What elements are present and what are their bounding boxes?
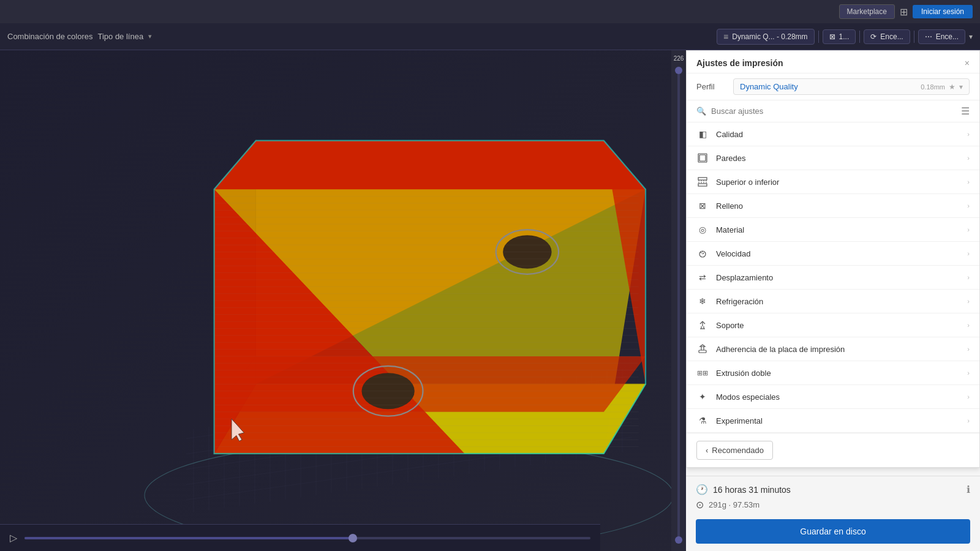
material2-chip[interactable]: ⋯ Ence... [918,29,965,44]
modos-chevron: › [967,393,970,400]
material1-icon: ⟳ [870,32,876,41]
profile-chip[interactable]: ≡ Dynamic Q... - 0.28mm [717,29,815,45]
chip-separator-2 [859,31,860,43]
relleno-icon: ⊠ [696,200,709,212]
profile-chevron-button[interactable]: ▾ [959,83,963,91]
settings-item-velocidad[interactable]: Velocidad › [687,242,979,266]
settings-item-extrusion[interactable]: ⊞⊞ Extrusión doble › [687,361,979,385]
calidad-label: Calidad [716,130,960,139]
settings-item-adherencia[interactable]: Adherencia de la placa de impresión › [687,337,979,361]
color-combo-label: Combinación de colores [7,32,92,41]
material1-chip[interactable]: ⟳ Ence... [864,29,910,44]
panel-close-button[interactable]: × [965,58,970,68]
color-bar-left: Combinación de colores Tipo de línea ▾ [7,32,152,41]
material1-label: Ence... [880,32,903,41]
settings-item-soporte[interactable]: Soporte › [687,313,979,337]
weight-row: ⊙ 291g · 97.53m [696,499,970,511]
settings-item-material[interactable]: ◎ Material › [687,218,979,242]
playback-thumb[interactable] [349,534,357,542]
modos-icon: ✦ [696,391,709,403]
material-icon: ◎ [696,223,709,236]
profile-name-value: Dynamic Quality [740,82,917,91]
soporte-icon [696,319,709,331]
velocidad-icon [696,247,709,260]
settings-item-desplazamiento[interactable]: ⇄ Desplazamiento › [687,266,979,290]
extrusion-icon: ⊞⊞ [696,367,709,379]
material-chevron: › [967,226,970,233]
extruder-chip[interactable]: ⊠ 1... [823,29,856,44]
paredes-chevron: › [967,154,970,162]
soporte-label: Soporte [716,321,960,330]
info-detail-button[interactable]: ℹ [967,484,970,495]
playback-fill [24,537,353,539]
extruder-icon: ⊠ [829,32,835,41]
playback-track[interactable] [24,537,590,539]
bottom-info: 🕐 16 horas 31 minutos ℹ ⊙ 291g · 97.53m … [686,476,980,551]
filter-button[interactable]: ☰ [961,105,970,117]
time-row: 🕐 16 horas 31 minutos ℹ [696,484,970,495]
svg-rect-54 [699,155,706,161]
velocidad-chevron: › [967,250,970,257]
recommended-row: ‹ Recomendado [687,433,979,467]
material2-icon: ⋯ [925,32,932,41]
panel-title: Ajustes de impresión [696,58,783,68]
settings-icon: ≡ [723,32,728,42]
profile-dropdown-arrow[interactable]: ▾ [969,32,973,41]
superior-icon [696,176,709,188]
velocidad-label: Velocidad [716,249,960,258]
search-input[interactable] [711,107,956,116]
clock-icon: 🕐 [696,484,708,495]
grid-icon: ⊞ [900,6,908,18]
settings-item-calidad[interactable]: ◧ Calidad › [687,122,979,146]
slider-track[interactable] [677,67,680,544]
calidad-chevron: › [967,130,970,138]
top-bar: Marketplace ⊞ Iniciar sesión [0,0,980,23]
adherencia-chevron: › [967,345,970,353]
superior-label: Superior o inferior [716,178,960,187]
experimental-chevron: › [967,417,970,424]
main-viewport: ▷ 226 Ajustes de impresión × Perfil [0,50,980,551]
search-row: 🔍 ☰ [687,100,979,122]
adherencia-label: Adherencia de la placa de impresión [716,345,960,354]
settings-item-superior[interactable]: Superior o inferior › [687,170,979,194]
svg-marker-8 [214,141,646,190]
marketplace-button[interactable]: Marketplace [839,4,895,19]
settings-item-paredes[interactable]: Paredes › [687,146,979,170]
soporte-chevron: › [967,321,970,329]
recommended-chevron: ‹ [706,446,708,455]
settings-item-experimental[interactable]: ⚗ Experimental › [687,409,979,433]
settings-item-refrigeracion[interactable]: ❄ Refrigeración › [687,290,979,313]
profile-name-label: Dynamic Q... - 0.28mm [732,32,807,41]
desplazamiento-label: Desplazamiento [716,273,960,282]
time-label: 16 horas 31 minutos [713,485,791,495]
desplazamiento-chevron: › [967,274,970,281]
relleno-label: Relleno [716,201,960,211]
vertical-slider: 226 [671,50,686,551]
star-button[interactable]: ★ [949,83,956,91]
top-bar-right: Marketplace ⊞ Iniciar sesión [839,4,973,19]
playback-bar: ▷ [0,524,600,551]
line-type-label: Tipo de línea [97,32,143,41]
paredes-label: Paredes [716,154,960,163]
settings-list: ◧ Calidad › Paredes › [687,122,979,433]
search-icon: 🔍 [696,107,706,116]
profile-size-value: 0.18mm [921,83,945,91]
settings-item-modos[interactable]: ✦ Modos especiales › [687,385,979,409]
slider-thumb-top[interactable] [675,67,682,74]
profile-bar-center: ≡ Dynamic Q... - 0.28mm ⊠ 1... ⟳ Ence...… [717,29,973,45]
experimental-label: Experimental [716,416,960,425]
login-button[interactable]: Iniciar sesión [913,5,973,18]
slider-thumb-bottom[interactable] [675,536,682,544]
svg-rect-55 [698,178,707,180]
play-button[interactable]: ▷ [10,532,17,544]
right-panel: Ajustes de impresión × Perfil Dynamic Qu… [686,50,980,551]
color-bar: Combinación de colores Tipo de línea ▾ ≡… [0,23,980,50]
profile-value-box[interactable]: Dynamic Quality 0.18mm ★ ▾ [733,78,970,95]
save-button[interactable]: Guardar en disco [696,519,970,544]
settings-item-relleno[interactable]: ⊠ Relleno › [687,194,979,218]
profile-row: Perfil Dynamic Quality 0.18mm ★ ▾ [687,73,979,100]
material-label: Material [716,225,960,234]
recommended-button[interactable]: ‹ Recomendado [696,441,773,460]
refrigeracion-label: Refrigeración [716,297,960,306]
slider-top-value: 226 [674,55,684,62]
